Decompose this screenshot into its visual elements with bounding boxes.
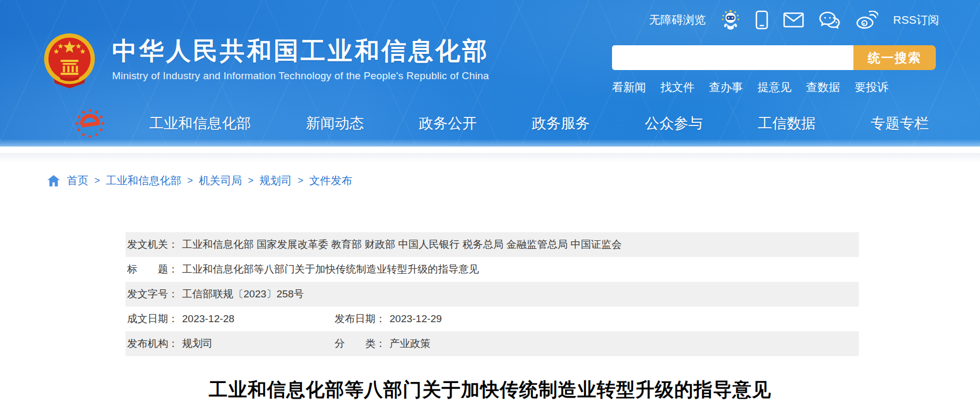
meta-row-dates: 成文日期： 2023-12-28 发布日期： 2023-12-29 [126,307,859,331]
mobile-icon[interactable] [755,10,768,30]
breadcrumb-separator: > [94,175,100,186]
meta-value: 规划司 [182,337,213,351]
meta-cell: 发文机关： 工业和信息化部 国家发展改革委 教育部 财政部 中国人民银行 税务总… [127,238,622,252]
meta-value: 2023-12-29 [390,313,442,325]
meta-value: 产业政策 [390,337,430,351]
meta-cell-category: 分 类： 产业政策 [335,337,430,351]
breadcrumb: 首页 > 工业和信息化部 > 机关司局 > 规划司 > 文件发布 [47,173,352,188]
breadcrumb-document-release[interactable]: 文件发布 [309,173,352,188]
nav-item-miit-data[interactable]: 工信数据 [757,114,816,133]
meta-row-issuing-agency: 发文机关： 工业和信息化部 国家发展改革委 教育部 财政部 中国人民银行 税务总… [126,232,859,257]
site-header: 无障碍浏览 [0,0,980,147]
utility-bar: 无障碍浏览 [649,11,939,29]
search-button[interactable]: 统一搜索 [853,45,936,70]
wechat-icon[interactable] [819,11,840,29]
meta-label: 成文日期： [127,312,178,326]
breadcrumb-departments[interactable]: 机关司局 [199,173,242,188]
article-title: 工业和信息化部等八部门关于加快传统制造业转型升级的指导意见 [0,377,980,402]
meta-value: 2023-12-28 [182,313,234,325]
accessibility-link[interactable]: 无障碍浏览 [649,12,706,27]
rss-link[interactable]: RSS订阅 [893,12,939,27]
meta-label: 发布日期： [335,312,386,326]
meta-value: 工业和信息化部等八部门关于加快传统制造业转型升级的指导意见 [182,262,479,276]
search-input[interactable] [612,45,853,70]
meta-label: 标 题： [127,262,178,276]
meta-cell: 发文字号： 工信部联规〔2023〕258号 [127,287,304,301]
search-area: 统一搜索 看新闻 找文件 查办事 提意见 查数据 要投诉 [612,45,936,95]
meta-label: 发文字号： [127,287,178,301]
header-divider [0,153,980,163]
nav-item-news[interactable]: 新闻动态 [306,114,364,133]
national-emblem-icon [43,32,96,88]
robot-mascot-icon[interactable] [721,10,740,30]
breadcrumb-home[interactable]: 首页 [67,173,88,188]
nav-item-gov-disclosure[interactable]: 政务公开 [419,114,477,133]
quick-link-documents[interactable]: 找文件 [661,80,694,95]
meta-label: 发文机关： [127,238,178,252]
page: 无障碍浏览 [0,0,980,417]
weibo-icon[interactable] [856,11,878,29]
quick-links: 看新闻 找文件 查办事 提意见 查数据 要投诉 [612,80,936,95]
nav-item-miit[interactable]: 工业和信息化部 [149,114,251,133]
nav-item-public-participation[interactable]: 公众参与 [645,114,703,133]
breadcrumb-separator: > [248,175,254,186]
meta-value: 工信部联规〔2023〕258号 [182,287,304,301]
meta-cell-publish-date: 发布日期： 2023-12-29 [335,312,442,326]
meta-row-title: 标 题： 工业和信息化部等八部门关于加快传统制造业转型升级的指导意见 [126,257,859,282]
meta-cell: 标 题： 工业和信息化部等八部门关于加快传统制造业转型升级的指导意见 [127,262,479,276]
meta-row-document-number: 发文字号： 工信部联规〔2023〕258号 [126,282,859,307]
quick-link-data[interactable]: 查数据 [806,80,840,95]
quick-link-complaints[interactable]: 要投诉 [854,80,888,95]
breadcrumb-separator: > [187,175,193,186]
site-title: 中华人民共和国工业和信息化部 [112,37,489,65]
logo-block: 中华人民共和国工业和信息化部 Ministry of Industry and … [43,32,489,88]
site-subtitle: Ministry of Industry and Information Tec… [112,70,489,82]
main-nav: 工业和信息化部 新闻动态 政务公开 政务服务 公众参与 工信数据 专题专栏 [74,107,956,140]
breadcrumb-separator: > [298,175,304,186]
meta-value: 工业和信息化部 国家发展改革委 教育部 财政部 中国人民银行 税务总局 金融监管… [182,238,622,252]
meta-label: 发布机构： [127,337,178,351]
document-meta-table: 发文机关： 工业和信息化部 国家发展改革委 教育部 财政部 中国人民银行 税务总… [126,232,859,356]
meta-cell-publisher: 发布机构： 规划司 [127,337,335,351]
meta-cell-written-date: 成文日期： 2023-12-28 [127,312,335,326]
quick-link-services[interactable]: 查办事 [709,80,743,95]
breadcrumb-miit[interactable]: 工业和信息化部 [106,173,182,188]
nav-item-special-topics[interactable]: 专题专栏 [871,114,929,133]
nav-item-gov-services[interactable]: 政务服务 [532,114,590,133]
nav-items: 工业和信息化部 新闻动态 政务公开 政务服务 公众参与 工信数据 专题专栏 [122,114,956,133]
quick-link-news[interactable]: 看新闻 [612,80,646,95]
quick-link-suggestions[interactable]: 提意见 [757,80,791,95]
mail-icon[interactable] [783,12,804,27]
miit-e-logo-icon [74,108,106,139]
home-icon[interactable] [47,175,60,186]
meta-label: 分 类： [335,337,386,351]
meta-row-publisher-category: 发布机构： 规划司 分 类： 产业政策 [126,331,859,356]
breadcrumb-planning-dept[interactable]: 规划司 [260,173,292,188]
